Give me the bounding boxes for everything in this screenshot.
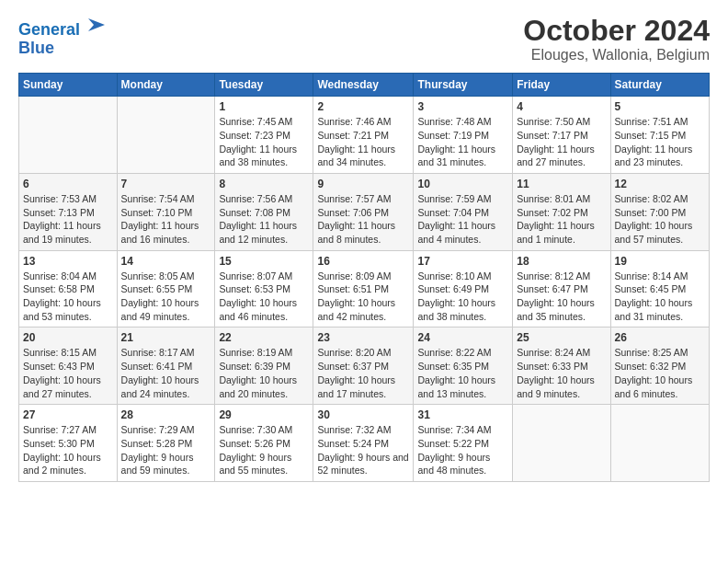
calendar-week-row: 27Sunrise: 7:27 AMSunset: 5:30 PMDayligh…	[19, 405, 710, 482]
day-number: 27	[23, 408, 113, 421]
day-info: Sunrise: 8:07 AMSunset: 6:53 PMDaylight:…	[219, 270, 309, 324]
day-info: Sunrise: 7:48 AMSunset: 7:19 PMDaylight:…	[417, 115, 508, 169]
table-row: 20Sunrise: 8:15 AMSunset: 6:43 PMDayligh…	[19, 327, 118, 405]
day-number: 9	[317, 178, 409, 190]
table-row: 24Sunrise: 8:22 AMSunset: 6:35 PMDayligh…	[414, 327, 513, 405]
table-row: 8Sunrise: 7:56 AMSunset: 7:08 PMDaylight…	[215, 173, 313, 250]
table-row: 15Sunrise: 8:07 AMSunset: 6:53 PMDayligh…	[215, 250, 313, 327]
table-row: 3Sunrise: 7:48 AMSunset: 7:19 PMDaylight…	[414, 97, 513, 174]
day-number: 2	[317, 100, 409, 113]
table-row: 27Sunrise: 7:27 AMSunset: 5:30 PMDayligh…	[19, 405, 118, 482]
calendar-week-row: 20Sunrise: 8:15 AMSunset: 6:43 PMDayligh…	[19, 327, 710, 405]
day-number: 26	[615, 331, 705, 344]
calendar-week-row: 6Sunrise: 7:53 AMSunset: 7:13 PMDaylight…	[19, 173, 710, 250]
svg-marker-0	[88, 18, 105, 31]
day-info: Sunrise: 7:27 AMSunset: 5:30 PMDaylight:…	[23, 423, 113, 477]
day-info: Sunrise: 8:14 AMSunset: 6:45 PMDaylight:…	[615, 270, 705, 324]
table-row: 12Sunrise: 8:02 AMSunset: 7:00 PMDayligh…	[610, 173, 709, 250]
day-number: 12	[615, 178, 705, 190]
col-monday: Monday	[117, 74, 215, 97]
col-wednesday: Wednesday	[313, 74, 414, 97]
day-info: Sunrise: 8:05 AMSunset: 6:55 PMDaylight:…	[121, 270, 211, 324]
calendar-title: October 2024	[523, 15, 710, 47]
day-number: 21	[121, 331, 211, 344]
logo-general: General	[18, 20, 80, 39]
day-info: Sunrise: 7:46 AMSunset: 7:21 PMDaylight:…	[317, 115, 409, 169]
day-number: 20	[23, 331, 113, 344]
calendar-week-row: 13Sunrise: 8:04 AMSunset: 6:58 PMDayligh…	[19, 250, 710, 327]
day-info: Sunrise: 8:20 AMSunset: 6:37 PMDaylight:…	[317, 346, 409, 400]
day-info: Sunrise: 8:10 AMSunset: 6:49 PMDaylight:…	[417, 270, 508, 324]
day-info: Sunrise: 7:59 AMSunset: 7:04 PMDaylight:…	[417, 192, 508, 247]
day-number: 15	[219, 255, 309, 268]
day-number: 7	[121, 178, 211, 190]
table-row: 4Sunrise: 7:50 AMSunset: 7:17 PMDaylight…	[513, 97, 610, 174]
title-block: October 2024 Elouges, Wallonia, Belgium	[523, 15, 710, 63]
table-row: 30Sunrise: 7:32 AMSunset: 5:24 PMDayligh…	[313, 405, 414, 482]
day-info: Sunrise: 7:50 AMSunset: 7:17 PMDaylight:…	[517, 115, 606, 169]
table-row: 25Sunrise: 8:24 AMSunset: 6:33 PMDayligh…	[513, 327, 610, 405]
calendar-header-row: Sunday Monday Tuesday Wednesday Thursday…	[19, 74, 710, 97]
day-number: 28	[121, 408, 211, 421]
col-friday: Friday	[513, 74, 610, 97]
day-number: 29	[219, 408, 309, 421]
logo: General Blue	[18, 15, 107, 58]
table-row: 10Sunrise: 7:59 AMSunset: 7:04 PMDayligh…	[414, 173, 513, 250]
day-info: Sunrise: 7:53 AMSunset: 7:13 PMDaylight:…	[23, 192, 113, 247]
col-saturday: Saturday	[610, 74, 709, 97]
table-row: 14Sunrise: 8:05 AMSunset: 6:55 PMDayligh…	[117, 250, 215, 327]
table-row: 17Sunrise: 8:10 AMSunset: 6:49 PMDayligh…	[414, 250, 513, 327]
table-row: 7Sunrise: 7:54 AMSunset: 7:10 PMDaylight…	[117, 173, 215, 250]
calendar-table: Sunday Monday Tuesday Wednesday Thursday…	[18, 73, 710, 482]
day-number: 22	[219, 331, 309, 344]
col-sunday: Sunday	[19, 74, 118, 97]
table-row: 28Sunrise: 7:29 AMSunset: 5:28 PMDayligh…	[117, 405, 215, 482]
day-number: 31	[417, 408, 508, 421]
day-info: Sunrise: 8:01 AMSunset: 7:02 PMDaylight:…	[517, 192, 606, 247]
calendar-subtitle: Elouges, Wallonia, Belgium	[523, 47, 710, 63]
table-row	[513, 405, 610, 482]
day-info: Sunrise: 7:45 AMSunset: 7:23 PMDaylight:…	[219, 115, 309, 169]
page: General Blue October 2024 Elouges, Wallo…	[0, 0, 728, 563]
table-row: 16Sunrise: 8:09 AMSunset: 6:51 PMDayligh…	[313, 250, 414, 327]
day-number: 17	[417, 255, 508, 268]
day-info: Sunrise: 8:12 AMSunset: 6:47 PMDaylight:…	[517, 270, 606, 324]
day-info: Sunrise: 7:34 AMSunset: 5:22 PMDaylight:…	[417, 423, 508, 477]
table-row	[19, 97, 118, 174]
table-row: 1Sunrise: 7:45 AMSunset: 7:23 PMDaylight…	[215, 97, 313, 174]
day-number: 23	[317, 331, 409, 344]
day-info: Sunrise: 8:24 AMSunset: 6:33 PMDaylight:…	[517, 346, 606, 400]
table-row	[610, 405, 709, 482]
day-number: 4	[517, 100, 606, 113]
day-info: Sunrise: 7:32 AMSunset: 5:24 PMDaylight:…	[317, 423, 409, 477]
day-info: Sunrise: 8:25 AMSunset: 6:32 PMDaylight:…	[615, 346, 705, 400]
logo-arrow-icon	[86, 15, 107, 35]
day-info: Sunrise: 8:04 AMSunset: 6:58 PMDaylight:…	[23, 270, 113, 324]
table-row: 31Sunrise: 7:34 AMSunset: 5:22 PMDayligh…	[414, 405, 513, 482]
table-row: 29Sunrise: 7:30 AMSunset: 5:26 PMDayligh…	[215, 405, 313, 482]
day-info: Sunrise: 8:17 AMSunset: 6:41 PMDaylight:…	[121, 346, 211, 400]
day-number: 8	[219, 178, 309, 190]
table-row: 13Sunrise: 8:04 AMSunset: 6:58 PMDayligh…	[19, 250, 118, 327]
table-row	[117, 97, 215, 174]
day-info: Sunrise: 8:02 AMSunset: 7:00 PMDaylight:…	[615, 192, 705, 247]
day-info: Sunrise: 8:09 AMSunset: 6:51 PMDaylight:…	[317, 270, 409, 324]
day-number: 13	[23, 255, 113, 268]
day-number: 18	[517, 255, 606, 268]
day-number: 10	[417, 178, 508, 190]
table-row: 21Sunrise: 8:17 AMSunset: 6:41 PMDayligh…	[117, 327, 215, 405]
col-tuesday: Tuesday	[215, 74, 313, 97]
day-number: 14	[121, 255, 211, 268]
day-number: 5	[615, 100, 705, 113]
table-row: 9Sunrise: 7:57 AMSunset: 7:06 PMDaylight…	[313, 173, 414, 250]
table-row: 11Sunrise: 8:01 AMSunset: 7:02 PMDayligh…	[513, 173, 610, 250]
table-row: 6Sunrise: 7:53 AMSunset: 7:13 PMDaylight…	[19, 173, 118, 250]
day-number: 25	[517, 331, 606, 344]
day-info: Sunrise: 7:56 AMSunset: 7:08 PMDaylight:…	[219, 192, 309, 247]
table-row: 26Sunrise: 8:25 AMSunset: 6:32 PMDayligh…	[610, 327, 709, 405]
day-info: Sunrise: 7:51 AMSunset: 7:15 PMDaylight:…	[615, 115, 705, 169]
day-number: 16	[317, 255, 409, 268]
table-row: 22Sunrise: 8:19 AMSunset: 6:39 PMDayligh…	[215, 327, 313, 405]
day-info: Sunrise: 7:30 AMSunset: 5:26 PMDaylight:…	[219, 423, 309, 477]
logo-text: General	[18, 15, 107, 40]
